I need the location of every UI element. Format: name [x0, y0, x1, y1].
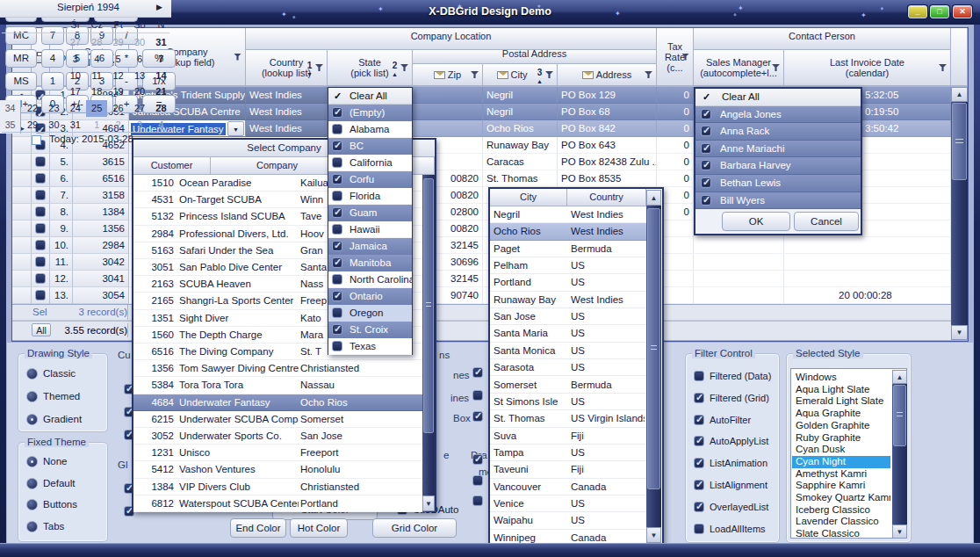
style-item[interactable]: Golden Graphite [792, 420, 890, 432]
style-item[interactable]: Lavender Classico [792, 516, 890, 528]
grid-cell-ind[interactable] [12, 271, 32, 287]
grid-cell-no[interactable]: 5. [50, 154, 73, 170]
state-list-item[interactable]: California [328, 155, 412, 171]
company-popup-row[interactable]: 1356Tom Sawyer Diving CentreChristianste… [133, 360, 422, 377]
style-item[interactable]: Iceberg Classico [792, 504, 890, 517]
sales-item-checkbox[interactable] [701, 160, 711, 170]
calendar-day-cell[interactable]: 31 [150, 34, 171, 51]
style-item[interactable]: Smokey Quartz Kamri [792, 492, 890, 504]
grid-cell-number[interactable]: 3042 [73, 254, 129, 271]
city-popup-row[interactable]: St. ThomasUS Virgin Islands [490, 410, 646, 427]
calendar-day-cell[interactable]: 3 [65, 51, 86, 68]
sales-cancel-button[interactable]: Cancel [794, 212, 859, 231]
state-item-checkbox[interactable] [332, 174, 342, 184]
grid-cell-number[interactable]: 1356 [73, 221, 129, 237]
city-popup-row[interactable]: Santa MonicaUS [490, 343, 646, 359]
row-checkbox[interactable] [35, 173, 46, 184]
city-popup-row[interactable]: SarasotaUS [490, 359, 646, 376]
grid-cell-chk[interactable] [32, 170, 50, 187]
sales-ok-button[interactable]: OK [722, 212, 790, 231]
city-scroll-up[interactable]: ▲ [646, 190, 661, 206]
city-popup-row[interactable]: Santa MariaUS [490, 325, 646, 342]
grid-cell-zip[interactable] [413, 104, 483, 120]
header-state[interactable]: State(pick list)2▲ [328, 50, 413, 86]
grid-cell-ind[interactable] [12, 154, 32, 170]
grid-cell-ind[interactable] [12, 170, 32, 187]
company-popup-row[interactable]: 5412Vashon VenturesHonolulu [133, 461, 422, 478]
grid-cell-city[interactable]: Ocho Rios [483, 120, 558, 137]
grid-cell-number[interactable]: 2984 [73, 237, 129, 254]
row-checkbox[interactable] [35, 223, 46, 234]
calendar-day-cell[interactable]: 22 [22, 100, 43, 117]
row-checkbox[interactable] [35, 156, 46, 167]
grid-cell-number[interactable]: 3615 [73, 154, 129, 170]
calendar-day-cell[interactable]: 31 [65, 117, 86, 134]
city-popup-row[interactable]: VeniceUS [490, 496, 646, 512]
header-zip[interactable]: Zip [413, 64, 483, 86]
calendar-day-cell[interactable]: 14 [150, 68, 171, 84]
state-item-checkbox[interactable] [332, 107, 342, 118]
calendar-day-cell[interactable]: 25 [86, 100, 107, 117]
style-item[interactable]: Amethyst Kamri [792, 468, 890, 481]
style-listbox[interactable]: WindowsAqua Light SlateEmerald Light Sla… [790, 368, 907, 539]
grid-cell-zip[interactable] [413, 87, 483, 104]
sales-list-item[interactable]: Bethan Lewis [695, 175, 861, 192]
grid-cell-tax[interactable]: 0 [657, 170, 694, 187]
header-city[interactable]: 3▲City [483, 64, 558, 86]
filter-icon[interactable] [234, 54, 241, 61]
calendar-day-cell[interactable]: 12 [108, 68, 129, 84]
state-item-checkbox[interactable] [332, 291, 342, 301]
maximize-button[interactable]: □ [930, 5, 949, 18]
grid-cell-chk[interactable] [32, 154, 50, 170]
grid-cell-address[interactable]: PO Box 68 [558, 104, 657, 120]
grid-cell-no[interactable]: 8. [50, 204, 73, 221]
grid-cell-tax[interactable]: 0 [657, 154, 694, 170]
style-scroll-up[interactable]: ▲ [892, 370, 907, 384]
grid-cell-tax[interactable]: 0 [657, 137, 694, 154]
grid-cell-city[interactable]: Negril [483, 104, 558, 120]
grid-cell-no[interactable]: 13. [50, 287, 73, 304]
calc-key-MS[interactable]: MS [5, 72, 37, 90]
style-item[interactable]: Aqua Graphite [792, 408, 890, 420]
row-checkbox[interactable] [35, 206, 46, 217]
grid-cell-ind[interactable] [12, 254, 32, 271]
city-popup-row[interactable]: PortlandUS [490, 274, 646, 291]
state-list-item[interactable]: North Carolina [328, 271, 412, 288]
state-list-item[interactable]: Jamaica [328, 238, 412, 255]
header-tax-rate[interactable]: TaxRate(c... [657, 28, 694, 86]
state-item-checkbox[interactable] [332, 307, 342, 318]
sales-list-item[interactable]: Anna Rack [695, 123, 861, 141]
grid-cell-chk[interactable] [32, 287, 50, 304]
company-popup-header-company[interactable]: Company [211, 157, 344, 175]
grid-cell-ind[interactable] [12, 204, 32, 221]
grid-cell-city[interactable]: St. Thomas [483, 170, 558, 187]
calc-key-MR[interactable]: MR [5, 49, 37, 68]
calendar-day-cell[interactable]: 3 [129, 117, 150, 134]
city-popup-row[interactable]: WaipahuUS [490, 512, 646, 529]
grid-cell-country[interactable]: West Indies [246, 87, 328, 104]
fragment-checkbox[interactable] [472, 411, 483, 422]
calendar-day-cell[interactable]: 28 [86, 34, 107, 51]
grid-scroll-up[interactable]: ▲ [951, 87, 968, 102]
calendar-day-cell[interactable]: 19 [108, 83, 129, 100]
filter-checkbox-2[interactable] [694, 415, 704, 425]
fragment-checkbox[interactable] [472, 367, 483, 378]
city-popup-row[interactable]: Runaway BayWest Indies [490, 292, 646, 308]
calendar-day-cell[interactable]: 13 [129, 68, 150, 84]
state-item-checkbox[interactable] [332, 341, 342, 351]
sales-list-item[interactable]: Angela Jones [695, 106, 861, 124]
grid-cell-address[interactable]: PO Box 82438 Zulu ... [558, 154, 657, 170]
grid-cell-number[interactable]: 6516 [73, 170, 129, 187]
state-item-checkbox[interactable] [332, 324, 342, 335]
grid-cell-invoice[interactable] [784, 237, 951, 254]
grid-cell-ind[interactable] [12, 287, 32, 304]
sales-list-item[interactable]: Anne Mariachi [695, 141, 861, 158]
filter-checkbox-3[interactable] [694, 436, 704, 446]
sales-item-checkbox[interactable] [701, 143, 711, 154]
state-item-checkbox[interactable] [332, 141, 342, 151]
sales-clear-all-row[interactable]: ✓Clear All [695, 89, 861, 106]
grid-cell-sales[interactable] [694, 237, 784, 254]
grid-cell-city[interactable]: Negril [483, 87, 558, 104]
filter-icon[interactable] [400, 64, 408, 71]
style-item[interactable]: Emerald Light Slate [792, 395, 890, 408]
